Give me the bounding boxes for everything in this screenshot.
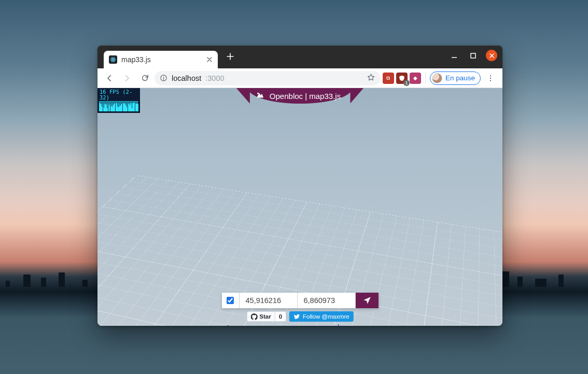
profile-label: En pause [445, 74, 475, 82]
fps-meter: 16 FPS (2-32) [97, 88, 140, 113]
nav-back-button[interactable] [102, 70, 117, 86]
brand-logo-icon [255, 91, 264, 102]
coord-checkbox-cell [222, 293, 240, 308]
github-star-label: Star [259, 313, 271, 320]
nav-reload-button[interactable] [137, 70, 152, 86]
url-port: :3000 [205, 74, 224, 82]
extension-3-icon[interactable]: ◆ [410, 73, 421, 84]
go-button[interactable] [356, 293, 379, 308]
extension-badge: 1 [403, 80, 410, 86]
url-host: localhost [172, 74, 201, 82]
svg-point-6 [163, 76, 164, 77]
extension-1-icon[interactable]: ⧉ [383, 73, 394, 84]
extension-ublock-icon[interactable]: 1 [396, 73, 408, 84]
new-tab-button[interactable] [223, 49, 237, 64]
svg-rect-10 [105, 325, 446, 326]
twitter-icon [293, 313, 300, 320]
svg-point-9 [490, 80, 491, 81]
address-bar[interactable]: localhost:3000 [155, 71, 381, 85]
profile-chip[interactable]: En pause [430, 71, 481, 85]
window-maximize-button[interactable] [467, 50, 479, 61]
axis-y-icon [320, 325, 339, 326]
react-favicon-icon [109, 55, 117, 64]
svg-point-8 [490, 77, 491, 78]
github-star-button[interactable]: Star 0 [246, 311, 286, 322]
tab-title: map33.js [121, 55, 151, 64]
twitter-follow-button[interactable]: Follow @maxmre [289, 311, 354, 322]
svg-rect-4 [471, 53, 475, 58]
github-star-count: 0 [275, 312, 286, 321]
window-minimize-button[interactable] [449, 50, 460, 61]
coord-checkbox[interactable] [227, 297, 234, 304]
profile-avatar-icon [432, 73, 442, 83]
browser-window: map33.js [97, 46, 502, 326]
bookmark-star-icon[interactable] [367, 73, 375, 83]
window-controls [449, 50, 497, 61]
tab-close-button[interactable] [205, 55, 214, 64]
latitude-input[interactable]: 45,916216 [240, 293, 298, 308]
window-close-button[interactable] [486, 50, 497, 61]
github-icon [250, 313, 257, 320]
titlebar: map33.js [97, 46, 502, 68]
social-buttons: Star 0 Follow @maxmre [246, 311, 353, 322]
fps-label: 16 FPS (2-32) [100, 89, 132, 100]
browser-toolbar: localhost:3000 ⧉ 1 ◆ En pause [97, 68, 502, 88]
longitude-input[interactable]: 6,860973 [298, 293, 356, 308]
browser-menu-button[interactable] [483, 70, 498, 86]
nav-forward-button[interactable] [119, 70, 135, 86]
threejs-scene[interactable] [97, 88, 502, 326]
twitter-follow-label: Follow @maxmre [303, 313, 349, 320]
terrain-tile [105, 325, 446, 326]
svg-point-0 [113, 59, 114, 60]
svg-rect-11 [105, 325, 446, 326]
svg-point-7 [490, 75, 491, 76]
site-info-icon[interactable] [160, 74, 167, 82]
svg-point-12 [257, 92, 259, 94]
browser-tab[interactable]: map33.js [104, 51, 218, 68]
page-viewport: 16 FPS (2-32) Openbloc | map33.js 45,916… [97, 88, 502, 326]
coordinates-bar: 45,916216 6,860973 [222, 293, 379, 308]
brand-text: Openbloc | map33.js [270, 92, 341, 100]
